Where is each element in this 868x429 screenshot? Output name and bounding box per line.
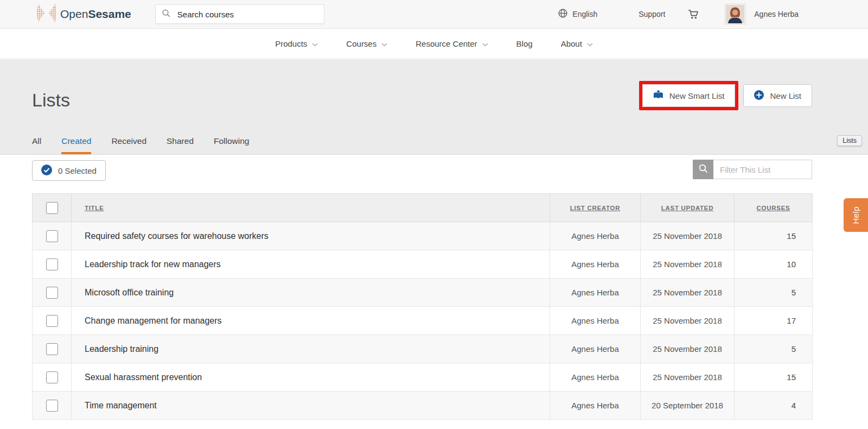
list-title-link[interactable]: Change management for managers (72, 307, 550, 335)
lists-tag: Lists (837, 135, 862, 146)
globe-icon (558, 9, 567, 20)
page-title: Lists (32, 90, 70, 111)
column-header-list-creator[interactable]: LIST CREATOR (550, 194, 641, 222)
language-selector[interactable]: English (558, 9, 597, 20)
search-icon (699, 164, 708, 175)
list-title-link[interactable]: Sexual harassment prevention (72, 363, 550, 392)
filter-search-button[interactable] (693, 160, 713, 179)
filter-input[interactable] (713, 160, 812, 179)
list-title-link[interactable]: Microsoft office training (72, 279, 550, 307)
topbar-right-group: English Support Agnes Herba (558, 4, 799, 24)
last-updated: 25 November 2018 (641, 363, 735, 392)
selected-count-button[interactable]: 0 Selected (32, 160, 106, 181)
table-row: Change management for managers Agnes Her… (33, 307, 813, 335)
nav-item-courses[interactable]: Courses (346, 39, 387, 48)
list-creator: Agnes Herba (550, 392, 641, 420)
select-all-checkbox[interactable] (46, 202, 58, 214)
language-label: English (572, 10, 597, 18)
search-input[interactable] (176, 9, 317, 20)
cart-icon[interactable] (688, 9, 700, 20)
table-row: Microsoft office training Agnes Herba 25… (33, 279, 813, 307)
last-updated: 25 November 2018 (641, 279, 735, 307)
tab-created[interactable]: Created (61, 136, 91, 154)
lists-table: TITLE LIST CREATOR LAST UPDATED COURSES … (32, 193, 812, 420)
last-updated: 25 November 2018 (641, 250, 735, 279)
plus-circle-icon (754, 90, 764, 102)
course-count: 15 (735, 363, 813, 392)
chevron-down-icon (381, 39, 387, 48)
last-updated: 25 November 2018 (641, 222, 735, 250)
list-title-link[interactable]: Leadership track for new managers (72, 250, 550, 279)
nav-item-about[interactable]: About (561, 39, 593, 48)
table-header: TITLE LIST CREATOR LAST UPDATED COURSES (33, 194, 813, 222)
search-icon (162, 9, 170, 20)
list-creator: Agnes Herba (550, 279, 641, 307)
row-checkbox[interactable] (46, 400, 58, 412)
tab-received[interactable]: Received (111, 136, 146, 154)
check-circle-icon (41, 165, 52, 177)
course-count: 15 (735, 222, 813, 250)
row-checkbox[interactable] (46, 371, 58, 383)
row-checkbox[interactable] (46, 287, 58, 299)
annotation-highlight: New Smart List (639, 81, 739, 110)
help-tab[interactable]: Help (844, 198, 868, 232)
last-updated: 20 September 2018 (641, 392, 735, 420)
course-search-box[interactable] (155, 4, 324, 24)
user-name[interactable]: Agnes Herba (754, 10, 799, 18)
last-updated: 25 November 2018 (641, 335, 735, 363)
opensesame-logo[interactable]: OpenSesame (37, 3, 131, 26)
page-header-band: Lists New Smart List N (0, 59, 868, 155)
list-actions: New Smart List New List (639, 81, 812, 110)
table-row: Required safety courses for warehouse wo… (33, 222, 813, 250)
new-list-button[interactable]: New List (743, 84, 812, 107)
list-title-link[interactable]: Required safety courses for warehouse wo… (72, 222, 550, 250)
main-nav: Products Courses Resource Center Blog Ab… (0, 29, 868, 59)
list-creator: Agnes Herba (550, 363, 641, 392)
tab-shared[interactable]: Shared (167, 136, 194, 154)
list-creator: Agnes Herba (550, 335, 641, 363)
support-link[interactable]: Support (639, 10, 665, 18)
logo-wordmark: OpenSesame (60, 8, 131, 21)
tab-all[interactable]: All (32, 136, 41, 154)
opensesame-logo-icon (37, 3, 56, 26)
table-row: Leadership track for new managers Agnes … (33, 250, 813, 279)
top-bar: OpenSesame English Support (0, 0, 868, 29)
row-checkbox[interactable] (46, 230, 58, 242)
avatar[interactable] (725, 4, 745, 24)
course-count: 17 (735, 307, 813, 335)
column-header-title[interactable]: TITLE (72, 194, 550, 222)
list-title-link[interactable]: Leadership training (72, 335, 550, 363)
last-updated: 25 November 2018 (641, 307, 735, 335)
chevron-down-icon (312, 39, 318, 48)
table-row: Sexual harassment prevention Agnes Herba… (33, 363, 813, 392)
chevron-down-icon (587, 39, 593, 48)
course-count: 5 (735, 335, 813, 363)
list-title-link[interactable]: Time management (72, 392, 550, 420)
nav-item-products[interactable]: Products (275, 39, 318, 48)
new-smart-list-button[interactable]: New Smart List (642, 84, 736, 107)
tab-following[interactable]: Following (214, 136, 249, 154)
chevron-down-icon (482, 39, 488, 48)
row-checkbox[interactable] (46, 343, 58, 355)
nav-item-blog[interactable]: Blog (516, 39, 533, 48)
smart-list-icon (653, 90, 663, 101)
course-count: 10 (735, 250, 813, 279)
table-row: Time management Agnes Herba 20 September… (33, 392, 813, 420)
course-count: 5 (735, 279, 813, 307)
lists-table-body: Required safety courses for warehouse wo… (33, 222, 813, 420)
list-creator: Agnes Herba (550, 250, 641, 279)
table-row: Leadership training Agnes Herba 25 Novem… (33, 335, 813, 363)
column-header-last-updated[interactable]: LAST UPDATED (641, 194, 735, 222)
course-count: 4 (735, 392, 813, 420)
list-creator: Agnes Herba (550, 307, 641, 335)
row-checkbox[interactable] (46, 258, 58, 270)
column-header-courses[interactable]: COURSES (735, 194, 813, 222)
nav-item-resource-center[interactable]: Resource Center (416, 39, 488, 48)
list-creator: Agnes Herba (550, 222, 641, 250)
filter-widget (693, 160, 812, 179)
list-tabs: All Created Received Shared Following (32, 136, 249, 154)
row-checkbox[interactable] (46, 315, 58, 327)
